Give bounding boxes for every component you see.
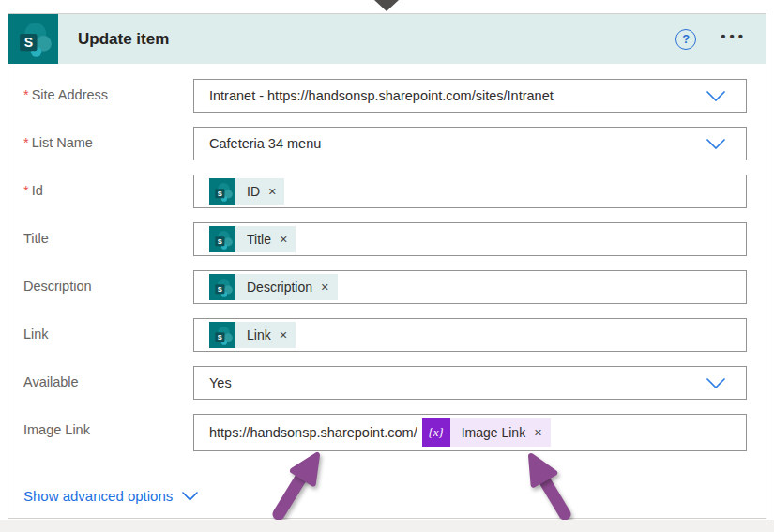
- field-label-available: Available: [23, 366, 193, 400]
- dynamic-content-token[interactable]: ID ×: [209, 178, 284, 205]
- dynamic-content-token[interactable]: Link ×: [209, 322, 296, 348]
- token-label: Image Link: [462, 425, 525, 440]
- required-marker: *: [23, 87, 29, 102]
- available-dropdown[interactable]: Yes: [193, 366, 747, 400]
- field-label-image-link: Image Link: [23, 414, 193, 451]
- token-remove-icon[interactable]: ×: [268, 185, 276, 199]
- field-label-link: Link: [23, 318, 193, 352]
- chevron-down-icon[interactable]: [706, 139, 725, 149]
- field-label-site-address: *Site Address: [23, 79, 193, 113]
- token-sharepoint-icon: [209, 322, 235, 348]
- dynamic-content-token[interactable]: Title ×: [209, 226, 296, 252]
- action-card-body: *Site Address Intranet - https://handson…: [8, 64, 766, 505]
- token-label: Title: [247, 232, 271, 247]
- dropdown-value: Yes: [209, 375, 695, 390]
- token-remove-icon[interactable]: ×: [280, 233, 287, 247]
- link-input[interactable]: Link ×: [193, 318, 747, 352]
- description-input[interactable]: Description ×: [193, 270, 747, 304]
- token-sharepoint-icon: [209, 226, 235, 252]
- title-input[interactable]: Title ×: [193, 222, 747, 256]
- token-sharepoint-icon: [209, 178, 235, 205]
- expression-fx-icon: {x}: [422, 418, 450, 447]
- chevron-down-icon[interactable]: [706, 378, 725, 388]
- show-advanced-options-label: Show advanced options: [23, 488, 173, 504]
- field-label-list-name: *List Name: [23, 127, 193, 160]
- field-label-title: Title: [23, 222, 193, 256]
- flow-connector-arrow-icon: [372, 0, 401, 11]
- field-label-text: Id: [32, 183, 43, 198]
- token-label: Description: [247, 280, 312, 295]
- page-background-strip: [0, 520, 774, 532]
- field-label-id: *Id: [23, 175, 193, 208]
- expression-token[interactable]: {x} Image Link ×: [422, 418, 551, 447]
- field-row-image-link: Image Link https://handsonsp.sharepoint.…: [23, 414, 747, 451]
- field-label-text: Link: [23, 327, 49, 342]
- field-row-list-name: *List Name Cafeteria 34 menu: [23, 127, 747, 160]
- action-card-header[interactable]: Update item ? •••: [8, 14, 766, 64]
- image-link-text-value[interactable]: https://handsonsp.sharepoint.com/: [209, 425, 417, 440]
- field-label-text: Available: [23, 374, 79, 389]
- help-icon[interactable]: ?: [675, 29, 696, 50]
- field-label-text: List Name: [32, 135, 93, 150]
- dynamic-content-token[interactable]: Description ×: [209, 274, 338, 300]
- token-remove-icon[interactable]: ×: [321, 281, 328, 295]
- field-row-title: Title Title ×: [23, 222, 747, 256]
- list-name-dropdown[interactable]: Cafeteria 34 menu: [193, 127, 747, 160]
- field-row-site-address: *Site Address Intranet - https://handson…: [23, 79, 747, 113]
- field-label-text: Image Link: [23, 422, 90, 437]
- token-sharepoint-icon: [209, 274, 235, 300]
- id-input[interactable]: ID ×: [193, 175, 747, 208]
- show-advanced-options-link[interactable]: Show advanced options: [23, 488, 198, 504]
- image-link-input[interactable]: https://handsonsp.sharepoint.com/ {x} Im…: [193, 414, 747, 451]
- token-label: Link: [247, 327, 271, 342]
- token-label: ID: [247, 184, 260, 199]
- token-remove-icon[interactable]: ×: [534, 426, 541, 440]
- dropdown-value: Intranet - https://handsonsp.sharepoint.…: [209, 88, 695, 103]
- field-label-text: Description: [23, 279, 92, 294]
- required-marker: *: [23, 135, 29, 150]
- field-row-id: *Id ID ×: [23, 175, 747, 208]
- field-row-available: Available Yes: [23, 366, 747, 400]
- token-remove-icon[interactable]: ×: [280, 328, 287, 342]
- chevron-down-icon[interactable]: [706, 91, 725, 101]
- field-row-link: Link Link ×: [23, 318, 747, 352]
- field-row-description: Description Description ×: [23, 270, 747, 304]
- sharepoint-connector-icon: [8, 14, 58, 64]
- site-address-dropdown[interactable]: Intranet - https://handsonsp.sharepoint.…: [193, 79, 747, 113]
- required-marker: *: [23, 183, 29, 198]
- field-label-text: Title: [23, 231, 49, 246]
- action-title: Update item: [78, 30, 169, 49]
- chevron-down-icon: [182, 492, 198, 501]
- dropdown-value: Cafeteria 34 menu: [209, 136, 695, 151]
- update-item-action-card: Update item ? ••• *Site Address Intranet…: [8, 13, 766, 519]
- field-label-description: Description: [23, 270, 193, 304]
- field-label-text: Site Address: [32, 87, 108, 102]
- more-options-icon[interactable]: •••: [721, 28, 747, 44]
